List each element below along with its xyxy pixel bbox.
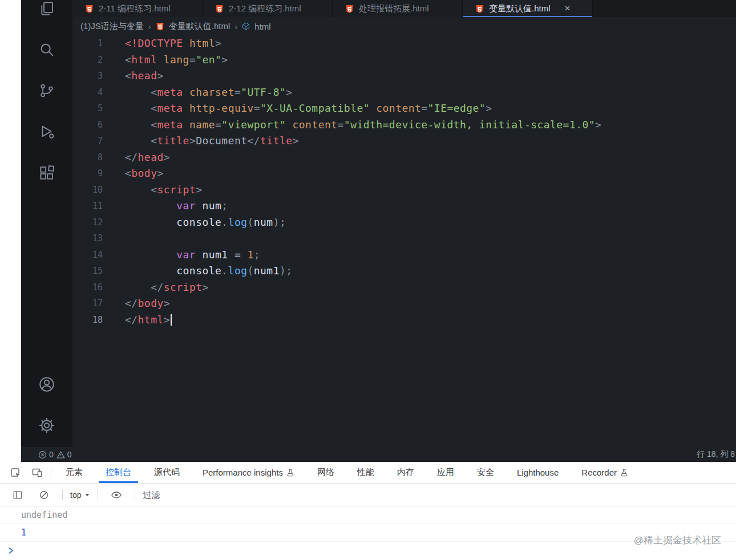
inspect-element-icon[interactable]: [5, 462, 26, 483]
line-number: 7: [72, 133, 103, 149]
breadcrumb: (1)JS语法与变量 › 变量默认值.html › html: [72, 17, 736, 35]
code-line[interactable]: 17</body>: [72, 295, 736, 312]
devtools-tab-performance-insights[interactable]: Performance insights: [191, 462, 306, 483]
editor-tab[interactable]: 处理报错拓展.html: [333, 0, 463, 17]
caret-down-icon: [84, 492, 90, 498]
editor-tab[interactable]: 2-11 编程练习.html: [72, 0, 203, 17]
line-number: 6: [72, 117, 103, 133]
settings-gear-icon[interactable]: [21, 405, 72, 446]
watermark: @稀土掘金技术社区: [634, 534, 721, 547]
code-line[interactable]: 10 <script>: [72, 182, 736, 198]
problems-indicator[interactable]: 0 0: [38, 450, 72, 459]
extensions-icon[interactable]: [21, 152, 72, 193]
breadcrumb-folder[interactable]: (1)JS语法与变量: [80, 21, 144, 32]
line-content: </head>: [103, 149, 170, 166]
line-number: 11: [72, 198, 103, 214]
devtools-tab-sources[interactable]: 源代码: [143, 462, 191, 483]
html-file-icon: [345, 5, 354, 13]
devtools-tab-label: 控制台: [106, 467, 131, 478]
console-row[interactable]: 1: [0, 524, 736, 542]
devtools-tab-security[interactable]: 安全: [466, 462, 506, 483]
code-line[interactable]: 4 <meta charset="UTF-8">: [72, 84, 736, 101]
console-row[interactable]: undefined: [0, 506, 736, 524]
line-content: <!DOCTYPE html>: [103, 35, 221, 52]
context-selector[interactable]: top: [70, 490, 90, 500]
breadcrumb-symbol[interactable]: html: [254, 22, 270, 31]
code-line[interactable]: 9<body>: [72, 165, 736, 182]
devtools-tab-console[interactable]: 控制台: [94, 462, 143, 483]
clear-console-icon[interactable]: [33, 490, 55, 500]
filter-input[interactable]: [143, 490, 382, 500]
code-line[interactable]: 5 <meta http-equiv="X-UA-Compatible" con…: [72, 100, 736, 117]
code-line[interactable]: 14 var num1 = 1;: [72, 247, 736, 263]
divider: [98, 490, 98, 500]
run-debug-icon[interactable]: [21, 111, 72, 152]
code-line[interactable]: 7 <title>Document</title>: [72, 133, 736, 149]
code-line[interactable]: 16 </script>: [72, 279, 736, 296]
code-line[interactable]: 1<!DOCTYPE html>: [72, 35, 736, 52]
eye-icon[interactable]: [106, 489, 127, 501]
devtools-tab-recorder[interactable]: Recorder: [570, 462, 640, 483]
chevron-right-icon: ›: [234, 22, 237, 31]
search-icon[interactable]: [21, 29, 72, 70]
breadcrumb-file[interactable]: 变量默认值.html: [169, 21, 230, 32]
line-content: </html>: [103, 312, 172, 328]
devtools-tab-label: 内存: [397, 467, 414, 478]
source-control-icon[interactable]: [21, 70, 72, 111]
account-icon[interactable]: [21, 364, 72, 405]
line-content: var num;: [103, 198, 228, 214]
devtools-tab-application[interactable]: 应用: [426, 462, 466, 483]
line-content: <script>: [103, 182, 202, 198]
cursor-position[interactable]: 行 18, 列 8: [697, 449, 735, 460]
line-number: 4: [72, 84, 103, 101]
devtools-tab-elements[interactable]: 元素: [54, 462, 94, 483]
editor-tab[interactable]: 变量默认值.html×: [463, 0, 593, 17]
devtools-tab-network[interactable]: 网络: [306, 462, 346, 483]
line-content: <body>: [103, 165, 164, 182]
editor-tab[interactable]: 2-12 编程练习.html: [203, 0, 333, 17]
line-content: <meta charset="UTF-8">: [103, 84, 293, 101]
devtools-tab-lighthouse[interactable]: Lighthouse: [506, 462, 570, 483]
divider: [62, 490, 63, 500]
devtools-tab-label: 应用: [437, 467, 454, 478]
line-content: <title>Document</title>: [103, 133, 299, 149]
code-line[interactable]: 12 console.log(num);: [72, 214, 736, 231]
line-number: 1: [72, 35, 103, 52]
text-cursor: [171, 314, 172, 326]
devtools-tab-label: 源代码: [154, 467, 180, 478]
devtools-tab-label: 性能: [357, 467, 374, 478]
code-line[interactable]: 18</html>: [72, 312, 736, 328]
close-icon[interactable]: ×: [565, 3, 571, 14]
code-line[interactable]: 2<html lang="en">: [72, 52, 736, 68]
console-output: undefined1: [0, 506, 736, 542]
line-number: 15: [72, 263, 103, 279]
line-number: 9: [72, 165, 103, 182]
console-prompt[interactable]: [0, 542, 736, 559]
line-number: 13: [72, 230, 103, 247]
tab-label: 处理报错拓展.html: [359, 3, 429, 14]
code-line[interactable]: 8</head>: [72, 149, 736, 166]
line-content: <html lang="en">: [103, 52, 228, 68]
code-line[interactable]: 3<head>: [72, 68, 736, 84]
code-editor[interactable]: 1<!DOCTYPE html>2<html lang="en">3<head>…: [72, 35, 736, 447]
editor-status-bar: 0 0 行 18, 列 8: [21, 447, 736, 462]
code-line[interactable]: 11 var num;: [72, 198, 736, 214]
code-line[interactable]: 15 console.log(num1);: [72, 263, 736, 279]
line-content: </script>: [103, 279, 209, 296]
devtools-tab-label: Recorder: [581, 468, 617, 477]
error-circle-icon: [38, 451, 47, 459]
tab-label: 变量默认值.html: [489, 3, 551, 14]
code-line[interactable]: 13: [72, 230, 736, 247]
activity-bar-top: [21, 0, 72, 193]
device-toolbar-icon[interactable]: [26, 462, 48, 483]
activity-bar-bottom: [21, 364, 72, 446]
files-icon[interactable]: [21, 0, 72, 29]
line-content: var num1 = 1;: [103, 247, 260, 263]
devtools-tab-label: 安全: [477, 467, 494, 478]
html-file-icon: [85, 5, 94, 13]
devtools-tab-performance[interactable]: 性能: [346, 462, 386, 483]
devtools-tab-label: 网络: [317, 467, 334, 478]
devtools-tab-memory[interactable]: 内存: [386, 462, 426, 483]
console-sidebar-icon[interactable]: [7, 490, 29, 500]
code-line[interactable]: 6 <meta name="viewport" content="width=d…: [72, 117, 736, 133]
